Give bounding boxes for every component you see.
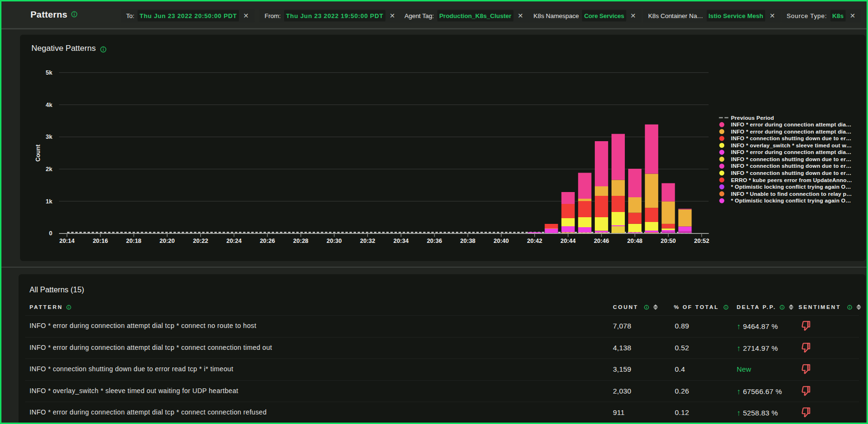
svg-text:20:46: 20:46	[594, 238, 609, 244]
svg-text:20:16: 20:16	[93, 238, 108, 244]
svg-text:5k: 5k	[46, 69, 52, 76]
svg-text:* Optimistic locking conflict: * Optimistic locking conflict trying aga…	[731, 184, 851, 190]
svg-text:INFO * error during connection: INFO * error during connection attempt d…	[731, 122, 851, 127]
svg-text:20:24: 20:24	[227, 238, 242, 244]
svg-text:20:50: 20:50	[661, 238, 676, 244]
svg-text:20:18: 20:18	[126, 238, 141, 244]
svg-text:INFO * error during connection: INFO * error during connection attempt d…	[731, 129, 851, 135]
svg-text:4k: 4k	[46, 102, 52, 108]
svg-text:INFO * Unable to find connecti: INFO * Unable to find connection to rela…	[731, 191, 852, 197]
svg-text:20:42: 20:42	[527, 238, 542, 244]
svg-text:20:20: 20:20	[159, 238, 175, 244]
svg-text:Previous Period: Previous Period	[731, 115, 774, 121]
svg-text:20:34: 20:34	[394, 238, 409, 244]
svg-text:INFO * connection shutting dow: INFO * connection shutting down due to e…	[731, 170, 851, 176]
svg-text:2k: 2k	[46, 166, 52, 173]
svg-text:Count: Count	[35, 144, 41, 162]
svg-text:20:32: 20:32	[360, 238, 375, 244]
svg-text:ERRO * kube peers error from U: ERRO * kube peers error from UpdateAnno…	[731, 177, 852, 183]
svg-text:INFO * error during connection: INFO * error during connection attempt d…	[731, 149, 851, 155]
svg-text:20:40: 20:40	[493, 238, 509, 244]
svg-text:20:22: 20:22	[193, 238, 208, 244]
svg-text:20:52: 20:52	[694, 238, 710, 244]
svg-text:20:30: 20:30	[326, 238, 342, 244]
svg-text:INFO * connection shutting dow: INFO * connection shutting down due to e…	[731, 135, 851, 141]
svg-text:INFO * connection shutting dow: INFO * connection shutting down due to e…	[731, 156, 851, 162]
svg-text:20:14: 20:14	[59, 238, 75, 244]
svg-text:INFO * overlay_switch * sleeve: INFO * overlay_switch * sleeve timed out…	[731, 143, 852, 148]
svg-text:20:26: 20:26	[260, 238, 275, 244]
svg-text:1k: 1k	[46, 198, 52, 205]
svg-text:20:36: 20:36	[427, 238, 442, 244]
svg-text:* Optimistic locking conflict: * Optimistic locking conflict trying aga…	[731, 198, 851, 203]
svg-text:20:28: 20:28	[293, 238, 308, 244]
svg-text:3k: 3k	[46, 134, 52, 140]
svg-text:0: 0	[49, 230, 52, 237]
svg-text:20:44: 20:44	[561, 238, 576, 244]
svg-text:INFO * connection shutting dow: INFO * connection shutting down due to e…	[731, 163, 851, 169]
svg-text:20:48: 20:48	[627, 238, 642, 244]
svg-text:20:38: 20:38	[460, 238, 475, 244]
